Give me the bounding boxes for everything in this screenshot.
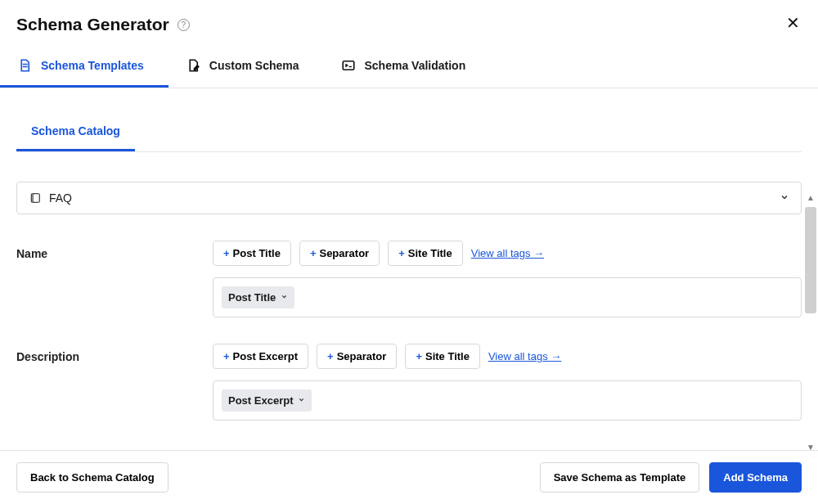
tag-separator[interactable]: +Separator xyxy=(299,241,380,266)
tab-schema-templates[interactable]: Schema Templates xyxy=(0,46,169,88)
plus-icon: + xyxy=(310,247,317,259)
svg-rect-0 xyxy=(343,61,354,70)
tag-site-title[interactable]: +Site Title xyxy=(405,344,480,369)
page-title: Schema Generator xyxy=(16,15,169,34)
document-edit-icon xyxy=(185,57,201,74)
schema-type-select[interactable]: FAQ xyxy=(16,182,802,214)
chip-post-title[interactable]: Post Title xyxy=(222,286,294,308)
plus-icon: + xyxy=(223,350,230,362)
tag-site-title[interactable]: +Site Title xyxy=(388,241,463,266)
scrollbar-thumb[interactable] xyxy=(805,207,816,313)
modal-footer: Back to Schema Catalog Save Schema as Te… xyxy=(0,450,818,504)
field-content-name: +Post Title +Separator +Site Title View … xyxy=(213,241,802,317)
sub-tabs: Schema Catalog xyxy=(16,113,802,152)
chip-post-excerpt[interactable]: Post Excerpt xyxy=(222,389,312,412)
chip-label: Post Excerpt xyxy=(228,394,293,407)
faq-icon xyxy=(29,192,41,205)
tag-post-excerpt[interactable]: +Post Excerpt xyxy=(213,344,308,369)
tab-label: Custom Schema xyxy=(209,59,299,72)
field-row-description: Description +Post Excerpt +Separator +Si… xyxy=(16,344,802,421)
chip-label: Post Title xyxy=(228,291,276,304)
main-tabs: Schema Templates Custom Schema Schema Va… xyxy=(0,46,818,88)
plus-icon: + xyxy=(223,247,230,259)
field-label-description: Description xyxy=(16,344,213,421)
modal-header: Schema Generator ? ✕ xyxy=(0,0,818,46)
chevron-down-icon xyxy=(780,192,789,205)
chevron-down-icon xyxy=(281,293,288,302)
tab-schema-validation[interactable]: Schema Validation xyxy=(324,46,491,88)
tab-label: Schema Templates xyxy=(41,59,144,72)
tag-suggestions-description: +Post Excerpt +Separator +Site Title Vie… xyxy=(213,344,802,369)
save-template-button[interactable]: Save Schema as Template xyxy=(540,462,700,493)
tab-label: Schema Validation xyxy=(365,59,466,72)
field-content-description: +Post Excerpt +Separator +Site Title Vie… xyxy=(213,344,802,421)
scroll-up-icon: ▲ xyxy=(807,193,815,202)
view-all-tags-link[interactable]: View all tags → xyxy=(471,247,544,259)
sub-tab-schema-catalog[interactable]: Schema Catalog xyxy=(16,113,135,151)
add-schema-button[interactable]: Add Schema xyxy=(709,462,802,493)
document-icon xyxy=(16,57,33,74)
back-button[interactable]: Back to Schema Catalog xyxy=(16,462,169,493)
close-icon: ✕ xyxy=(786,14,800,32)
content-scroll-area[interactable]: Schema Catalog FAQ Name +Post Title +Sep… xyxy=(0,88,818,448)
terminal-icon xyxy=(340,57,357,74)
tab-custom-schema[interactable]: Custom Schema xyxy=(169,46,324,88)
tag-post-title[interactable]: +Post Title xyxy=(213,241,291,266)
name-input[interactable]: Post Title xyxy=(213,277,802,317)
field-label-name: Name xyxy=(16,241,213,317)
svg-rect-2 xyxy=(33,194,39,203)
help-icon[interactable]: ? xyxy=(178,19,190,31)
plus-icon: + xyxy=(327,350,334,362)
tag-separator[interactable]: +Separator xyxy=(317,344,397,369)
chevron-down-icon xyxy=(298,396,305,405)
close-button[interactable]: ✕ xyxy=(783,10,803,36)
tag-suggestions-name: +Post Title +Separator +Site Title View … xyxy=(213,241,802,266)
description-input[interactable]: Post Excerpt xyxy=(213,380,802,421)
plus-icon: + xyxy=(398,247,405,259)
field-row-name: Name +Post Title +Separator +Site Title … xyxy=(16,241,802,317)
plus-icon: + xyxy=(416,350,422,362)
schema-select-value: FAQ xyxy=(49,191,780,205)
view-all-tags-link[interactable]: View all tags → xyxy=(488,350,561,362)
